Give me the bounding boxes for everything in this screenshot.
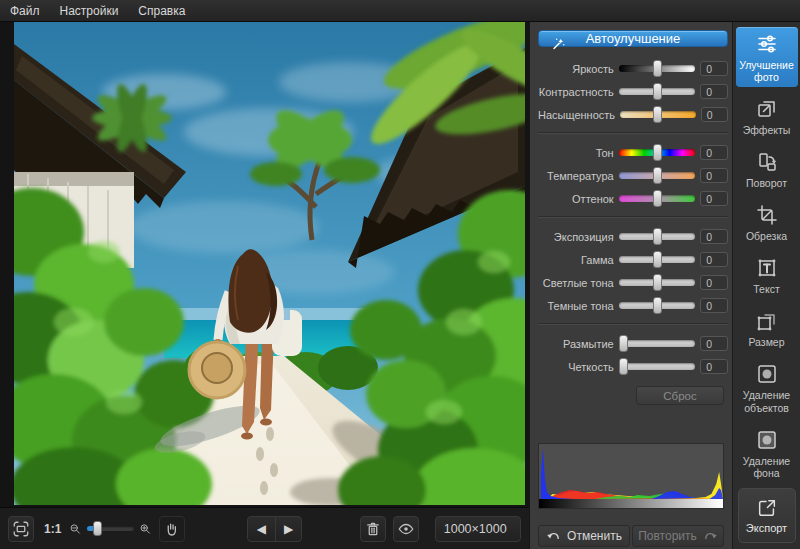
tool-label: Поворот [746, 177, 787, 189]
slider-thumb[interactable] [653, 83, 662, 100]
menu-file[interactable]: Файл [10, 4, 40, 18]
slider-value[interactable]: 0 [700, 229, 728, 244]
canvas-column: 1:1 ◀ ▶ [0, 22, 529, 549]
tool-object-removal[interactable]: Удаление объектов [736, 357, 798, 417]
slider-value[interactable]: 0 [700, 298, 728, 313]
undo-button[interactable]: Отменить [538, 525, 630, 547]
slider-label: Контрастность [538, 86, 614, 98]
slider-thumb[interactable] [653, 274, 662, 291]
slider-value[interactable]: 0 [700, 168, 728, 183]
slider-row: Температура0 [538, 164, 728, 187]
slider-thumb[interactable] [653, 297, 662, 314]
previous-photo-button[interactable]: ◀ [248, 517, 274, 541]
tool-rotate[interactable]: Поворот [736, 145, 798, 193]
tool-resize[interactable]: Размер [736, 304, 798, 352]
slider-track[interactable] [619, 149, 696, 156]
slider-track[interactable] [619, 256, 696, 263]
group-separator [538, 323, 728, 325]
slider-row: Гамма0 [538, 248, 728, 271]
slider-row: Насыщенность0 [538, 103, 728, 126]
slider-thumb[interactable] [653, 60, 662, 77]
slider-thumb[interactable] [653, 167, 662, 184]
export-button[interactable]: Экспорт [738, 488, 796, 543]
slider-track[interactable] [620, 111, 696, 118]
histogram [538, 443, 724, 509]
hand-tool-button[interactable] [159, 516, 185, 542]
trash-icon [364, 520, 382, 538]
tool-label: Удаление объектов [737, 389, 797, 413]
reset-button[interactable]: Сброс [636, 386, 724, 405]
slider-value[interactable]: 0 [700, 145, 728, 160]
slider-thumb[interactable] [653, 190, 662, 207]
undo-icon [546, 529, 561, 544]
slider-track[interactable] [619, 65, 696, 72]
hand-icon [163, 520, 181, 538]
slider-thumb[interactable] [653, 144, 662, 161]
slider-track[interactable] [619, 363, 696, 370]
image-size-label: 1000×1000 [444, 522, 507, 536]
undo-label: Отменить [567, 529, 622, 543]
slider-label: Температура [538, 170, 614, 182]
zoom-in-icon[interactable] [139, 521, 152, 537]
slider-thumb[interactable] [619, 358, 628, 375]
background-removal-icon [755, 428, 779, 452]
group-separator [538, 216, 728, 218]
slider-thumb[interactable] [653, 228, 662, 245]
slider-thumb[interactable] [619, 335, 628, 352]
actual-size-button[interactable]: 1:1 [44, 522, 61, 536]
slider-label: Размытие [538, 338, 614, 350]
slider-track[interactable] [619, 88, 696, 95]
slider-track[interactable] [619, 195, 696, 202]
eye-icon [397, 520, 415, 538]
fit-to-screen-button[interactable] [8, 516, 34, 542]
tool-label: Улучшение фото [737, 59, 797, 83]
redo-icon [703, 529, 718, 544]
slider-row: Светлые тона0 [538, 271, 728, 294]
tool-background-removal[interactable]: Удаление фона [736, 423, 798, 483]
slider-value[interactable]: 0 [701, 107, 728, 122]
menu-help[interactable]: Справка [138, 4, 185, 18]
slider-row: Размытие0 [538, 332, 728, 355]
menu-settings[interactable]: Настройки [60, 4, 119, 18]
tool-crop[interactable]: Обрезка [736, 198, 798, 246]
slider-value[interactable]: 0 [700, 252, 728, 267]
slider-row: Экспозиция0 [538, 225, 728, 248]
next-photo-button[interactable]: ▶ [275, 517, 302, 541]
zoom-out-icon[interactable] [69, 521, 82, 537]
tools-sidebar: Улучшение фотоЭффектыПоворотОбрезкаТекст… [732, 22, 800, 549]
slider-group: Тон0Температура0Оттенок0 [538, 136, 728, 214]
effects-icon [755, 97, 779, 121]
slider-value[interactable]: 0 [700, 191, 728, 206]
tool-effects[interactable]: Эффекты [736, 92, 798, 140]
slider-track[interactable] [619, 279, 696, 286]
zoom-slider[interactable] [87, 526, 134, 531]
slider-row: Тон0 [538, 141, 728, 164]
slider-group: Яркость0Контрастность0Насыщенность0 [538, 52, 728, 130]
show-original-button[interactable] [393, 516, 419, 542]
photo-canvas[interactable] [0, 22, 529, 507]
image-size-indicator[interactable]: 1000×1000 [435, 516, 521, 542]
slider-track[interactable] [619, 172, 696, 179]
zoom-slider-thumb[interactable] [93, 521, 102, 536]
slider-value[interactable]: 0 [700, 84, 728, 99]
slider-value[interactable]: 0 [700, 359, 728, 374]
export-label: Экспорт [746, 522, 787, 534]
slider-value[interactable]: 0 [700, 61, 728, 76]
slider-groups: Яркость0Контрастность0Насыщенность0Тон0Т… [538, 52, 728, 382]
slider-value[interactable]: 0 [700, 336, 728, 351]
slider-group: Экспозиция0Гамма0Светлые тона0Темные тон… [538, 220, 728, 321]
slider-track[interactable] [619, 233, 696, 240]
slider-thumb[interactable] [653, 251, 662, 268]
slider-label: Насыщенность [538, 109, 615, 121]
auto-enhance-button[interactable]: Автоулучшение [538, 30, 728, 47]
tool-text[interactable]: Текст [736, 251, 798, 299]
export-icon [756, 497, 778, 519]
slider-thumb[interactable] [653, 106, 662, 123]
delete-photo-button[interactable] [360, 516, 386, 542]
slider-track[interactable] [619, 340, 696, 347]
slider-label: Светлые тона [538, 277, 614, 289]
slider-value[interactable]: 0 [700, 275, 728, 290]
redo-button[interactable]: Повторить [632, 525, 724, 547]
slider-track[interactable] [619, 302, 696, 309]
tool-sliders[interactable]: Улучшение фото [736, 27, 798, 87]
